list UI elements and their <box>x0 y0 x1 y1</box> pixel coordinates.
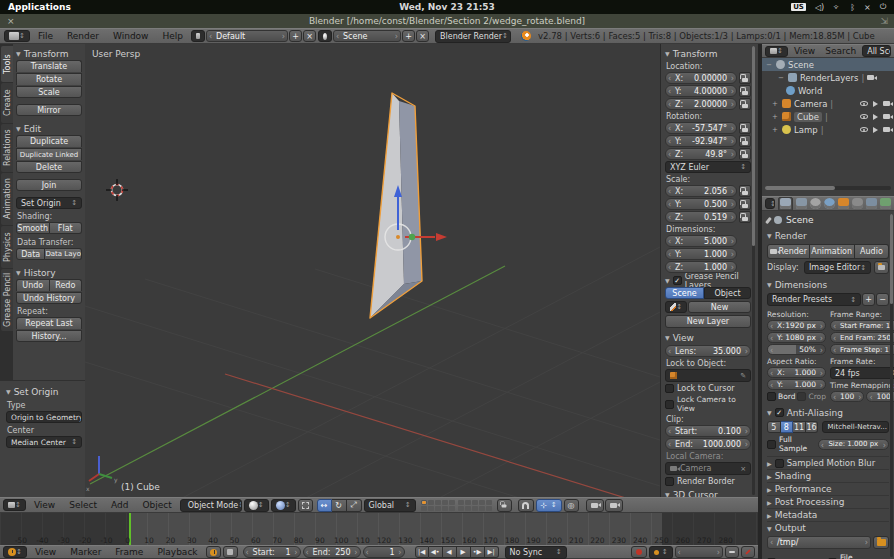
aspect-y-field[interactable]: Y:1.000 <box>767 379 826 390</box>
add-layout-button[interactable]: + <box>289 30 302 42</box>
panel-performance[interactable]: Performance <box>767 482 889 495</box>
tab-grease-pencil[interactable]: Grease Pencil <box>1 269 13 331</box>
aspect-x-field[interactable]: X:1.000 <box>767 367 826 378</box>
gp-pencil-icon[interactable]: ↕ <box>665 301 687 313</box>
power-icon[interactable]: ⏻ <box>880 2 886 12</box>
timeline-ruler[interactable]: -50-40-30-20-100102030405060708090100110… <box>0 513 758 545</box>
render-presets-dropdown[interactable]: Render Presets↕ <box>767 293 861 306</box>
aa-checkbox[interactable] <box>775 408 784 417</box>
view3d-menu-view[interactable]: View <box>28 500 61 510</box>
lock-icon[interactable] <box>739 198 751 210</box>
pivot-dropdown[interactable]: ↕ <box>271 499 296 512</box>
tab-tools[interactable]: Tools <box>1 46 13 82</box>
outliner-row-cube[interactable]: + Cube| <box>762 110 894 123</box>
set-origin-dropdown[interactable]: Set Origin↕ <box>16 197 82 209</box>
motion-blur-checkbox[interactable] <box>775 459 784 468</box>
tab-relations[interactable]: Relations <box>1 124 13 172</box>
frame-lock-toggle[interactable] <box>223 546 238 558</box>
panel-shading[interactable]: Shading <box>767 469 889 482</box>
scale-y-field[interactable]: Y:0.500 <box>665 198 737 210</box>
render-toggle-icon[interactable] <box>883 114 890 119</box>
view3d-menu-add[interactable]: Add <box>105 500 134 510</box>
outliner-row-world[interactable]: World <box>762 84 894 97</box>
menu-window[interactable]: Window <box>107 31 155 41</box>
selectable-toggle-icon[interactable] <box>873 114 878 120</box>
cursor-panel-header[interactable]: 3D Cursor <box>665 488 751 497</box>
rotation-x-field[interactable]: X:-57.547° <box>665 122 737 134</box>
gp-scene-button[interactable]: Scene <box>665 287 704 299</box>
sync-mode-dropdown[interactable]: No Sync↕ <box>505 546 567 559</box>
undo-history-button[interactable]: Undo History <box>16 292 82 304</box>
play-button[interactable]: ▶ <box>457 546 471 558</box>
tab-object-data[interactable] <box>880 198 891 209</box>
res-percent-slider[interactable]: 50% <box>767 344 826 355</box>
tab-render-layers[interactable] <box>796 198 807 209</box>
render-animation-button[interactable]: Animation <box>810 244 855 259</box>
location-y-field[interactable]: Y:4.00000 <box>665 85 737 97</box>
shade-smooth-button[interactable]: Smooth <box>16 222 50 234</box>
selectable-toggle-icon[interactable] <box>873 127 878 133</box>
tab-animation[interactable]: Animation <box>1 173 13 225</box>
frame-end-field[interactable]: End:250 <box>303 546 361 558</box>
current-frame-field[interactable]: 1 <box>363 546 405 558</box>
redo-button[interactable]: Redo <box>50 279 83 291</box>
active-keying-set-field[interactable] <box>675 546 723 558</box>
frame-rate-dropdown[interactable]: 24 fps↕ <box>830 367 894 379</box>
outliner-row-camera[interactable]: + Camera| <box>762 97 894 110</box>
remove-preset-button[interactable]: − <box>876 293 889 306</box>
aa-samples-16[interactable]: 16 <box>806 421 819 433</box>
menu-file[interactable]: File <box>32 31 59 41</box>
lock-to-scene-button[interactable] <box>497 499 512 512</box>
close-layout-button[interactable]: × <box>303 30 316 42</box>
translate-button[interactable]: Translate <box>16 60 82 72</box>
crop-checkbox[interactable] <box>797 392 806 401</box>
lens-field[interactable]: Lens:35.000 <box>665 345 751 357</box>
render-engine-selector[interactable]: Blender Render↕ <box>435 30 511 43</box>
viewport-3d[interactable]: x y User Persp (1) Cube <box>85 44 660 497</box>
view3d-menu-object[interactable]: Object <box>136 500 177 510</box>
panel-edit[interactable]: Edit <box>16 122 82 135</box>
render-border-checkbox[interactable] <box>665 477 674 486</box>
properties-editor-selector[interactable]: ↕ <box>765 198 775 209</box>
keyboard-layout-indicator[interactable]: US <box>791 3 806 11</box>
start-frame-field[interactable]: Start Frame: 1 <box>830 320 894 331</box>
view3d-editor-selector[interactable]: ↕ <box>3 499 26 511</box>
lock-icon[interactable] <box>739 72 751 84</box>
gp-object-button[interactable]: Object <box>704 287 751 299</box>
layers-widget[interactable] <box>421 500 492 511</box>
lock-icon[interactable] <box>739 85 751 97</box>
outliner-menu-search[interactable]: Search <box>821 46 860 56</box>
tab-modifiers[interactable] <box>866 198 877 209</box>
tab-scene[interactable] <box>810 198 821 209</box>
dim-z-field[interactable]: Z:1.000 <box>665 261 737 273</box>
screen-layout-icon[interactable] <box>191 30 205 42</box>
data-layout-button[interactable]: Data Layo <box>45 248 82 260</box>
scene-selector-icon[interactable] <box>318 30 332 42</box>
tab-physics[interactable]: Physics <box>1 226 13 268</box>
res-y-field[interactable]: Y:1080 px <box>767 332 826 343</box>
grease-pencil-panel-header[interactable]: Grease Pencil Layers <box>665 274 751 287</box>
keying-set-dropdown[interactable]: ↕ <box>649 546 673 559</box>
npanel-scrollbar[interactable] <box>752 46 755 495</box>
panel-history[interactable]: History <box>16 266 82 279</box>
border-checkbox[interactable] <box>767 392 776 401</box>
aa-samples-11[interactable]: 11 <box>793 421 806 433</box>
timeline-editor-selector[interactable]: ↕ <box>3 546 27 558</box>
outliner-row-lamp[interactable]: + Lamp| <box>762 123 894 136</box>
view-panel-header[interactable]: View <box>665 331 751 344</box>
render-audio-button[interactable]: Audio <box>855 244 889 259</box>
join-button[interactable]: Join <box>16 179 82 191</box>
orientation-dropdown[interactable]: Global↕ <box>364 499 416 512</box>
microphone-muted-icon[interactable]: ⨯ <box>864 3 871 12</box>
render-toggle-icon[interactable] <box>883 101 890 106</box>
dim-x-field[interactable]: X:5.000 <box>665 235 737 247</box>
aa-size-field[interactable]: Size: 1.000 px <box>818 439 889 450</box>
aa-filter-dropdown[interactable]: Mitchell-Netrav...↕ <box>822 421 889 433</box>
mode-dropdown[interactable]: Object Mode↕ <box>180 499 242 512</box>
delete-keyframe-button[interactable] <box>741 546 755 558</box>
hide-toggle-icon[interactable] <box>860 127 868 132</box>
screen-layout-field[interactable]: Default <box>206 30 288 42</box>
outliner-editor-selector[interactable]: ↕ <box>765 46 788 57</box>
lock-icon[interactable] <box>739 148 751 160</box>
rotate-button[interactable]: Rotate <box>16 73 82 85</box>
